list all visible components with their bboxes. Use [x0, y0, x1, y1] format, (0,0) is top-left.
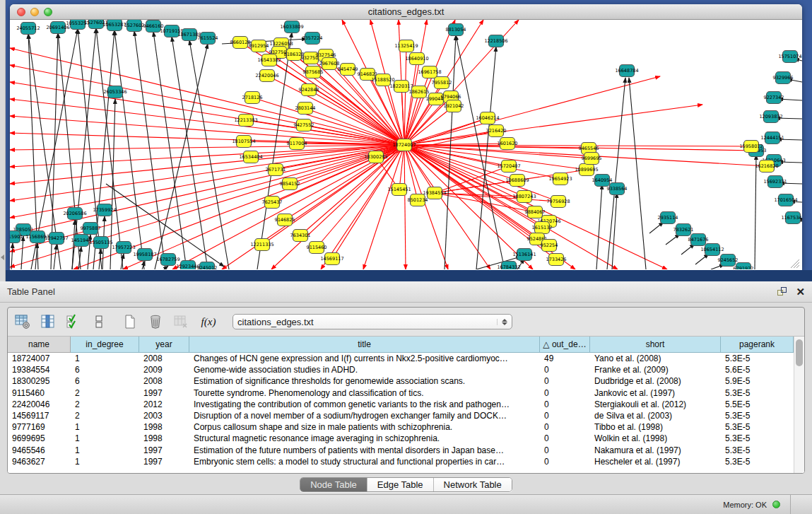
new-column-button[interactable]	[121, 313, 139, 331]
graph-node[interactable]: 9329966	[773, 72, 794, 84]
graph-node[interactable]: 1733426	[546, 254, 567, 266]
table-row[interactable]: 969969511998Structural magnetic resonanc…	[8, 433, 794, 444]
graph-node[interactable]: 1527602	[124, 20, 145, 32]
graph-node[interactable]: 12093872	[759, 111, 782, 123]
selection-mode-button[interactable]	[64, 313, 83, 331]
graph-node[interactable]: 17016504	[774, 194, 797, 206]
column-header-year[interactable]: year	[139, 337, 189, 353]
graph-node[interactable]: 7634301	[290, 230, 311, 242]
column-header-pagerank[interactable]: pagerank	[721, 337, 794, 353]
graph-node[interactable]: 12218506	[484, 35, 507, 47]
graph-node[interactable]: 7615524	[198, 33, 218, 45]
scrollbar-thumb[interactable]	[796, 339, 803, 366]
graph-node[interactable]: 2718126	[242, 92, 263, 104]
close-panel-icon[interactable]: ✕	[796, 287, 805, 297]
table-row[interactable]: 946362711997Embryonic stem cells: a mode…	[8, 456, 794, 467]
graph-node[interactable]: 16648784	[615, 65, 638, 77]
graph-node[interactable]: 1601620	[498, 138, 518, 150]
table-row[interactable]: 1456911722003Disruption of a novel membe…	[8, 410, 794, 421]
column-header-title[interactable]: title	[189, 337, 540, 353]
zoom-window-icon[interactable]	[44, 8, 52, 16]
graph-node[interactable]: 8813054	[446, 24, 466, 36]
tab-network-table[interactable]: Network Table	[434, 478, 512, 491]
table-row[interactable]: 1830029562008Estimation of significance …	[8, 375, 794, 387]
graph-node[interactable]: 19958187	[133, 249, 156, 261]
graph-node[interactable]: 1615132	[532, 222, 553, 234]
graph-node[interactable]: 9115460	[307, 242, 327, 254]
graph-node[interactable]: 9699695	[582, 153, 602, 165]
graph-node[interactable]: 9117004	[287, 138, 307, 150]
graph-node[interactable]: 9875685	[303, 66, 324, 78]
graph-node[interactable]: 12213383	[234, 115, 257, 127]
delete-column-button[interactable]	[146, 313, 165, 331]
minimize-window-icon[interactable]	[30, 8, 39, 16]
row-height-button[interactable]	[90, 313, 108, 331]
graph-node[interactable]: 952254	[541, 240, 558, 252]
network-view-canvas[interactable]: 2405571220691406105532571527602110653287…	[10, 20, 802, 269]
table-selector-dropdown[interactable]: citations_edges.txt	[233, 314, 512, 329]
graph-node[interactable]: 7955812	[432, 77, 452, 89]
graph-node[interactable]: 15720407	[497, 160, 520, 173]
table-row[interactable]: 911546021997Tourette syndrome. Phenomeno…	[8, 387, 794, 399]
table-settings-button[interactable]	[13, 313, 32, 331]
tab-edge-table[interactable]: Edge Table	[367, 478, 434, 491]
table-row[interactable]: 1938455462009Genome-wide association stu…	[8, 364, 794, 375]
column-header-short[interactable]: short	[590, 337, 721, 353]
table-row[interactable]: 1872400712008Changes of HCN gene express…	[8, 353, 794, 364]
graph-node[interactable]: 15751074	[778, 51, 801, 63]
graph-node[interactable]: 6791922	[734, 263, 754, 270]
graph-node[interactable]: 11675342	[781, 212, 802, 224]
tab-node-table[interactable]: Node Table	[300, 478, 367, 491]
collapse-panel-icon[interactable]	[1, 255, 4, 260]
graph-node[interactable]: 9245012	[197, 262, 218, 270]
table-row[interactable]: 946554611997Estimation of the future num…	[8, 445, 794, 456]
table-row[interactable]: 977716911998Corpus callosum shape and si…	[8, 421, 794, 433]
graph-node[interactable]: 10899695	[575, 164, 598, 176]
graph-node[interactable]: 3216420	[486, 125, 507, 137]
graph-node[interactable]: 9338564	[607, 183, 628, 195]
table-scrollbar[interactable]	[794, 337, 804, 474]
graph-node[interactable]: 12444151	[760, 132, 784, 144]
graph-node[interactable]: 1640954	[592, 175, 613, 187]
graph-node[interactable]: 17957223	[112, 242, 135, 254]
graph-node[interactable]: 24055712	[16, 23, 40, 35]
show-columns-button[interactable]	[39, 313, 57, 331]
graph-node[interactable]: 12211335	[250, 239, 273, 251]
graph-node[interactable]: 15136141	[512, 249, 536, 261]
graph-node[interactable]: 8912954	[249, 40, 269, 52]
graph-node[interactable]: 79756928	[546, 196, 570, 208]
graph-node[interactable]: 10653287	[102, 20, 126, 31]
graph-node[interactable]: 9975887	[81, 223, 101, 235]
network-window-titlebar[interactable]: citations_edges.txt	[10, 4, 802, 20]
graph-node[interactable]: 9146825	[275, 214, 295, 226]
graph-node[interactable]: 1451944	[71, 235, 92, 247]
float-panel-icon[interactable]	[777, 287, 787, 296]
graph-node[interactable]: 8501234	[408, 194, 428, 206]
graph-node[interactable]: 9427552	[294, 119, 314, 132]
function-builder-button[interactable]: f(x)	[197, 313, 220, 331]
close-window-icon[interactable]	[17, 8, 25, 16]
graph-node[interactable]: 9242848	[299, 84, 319, 96]
graph-node[interactable]: 14569117	[320, 253, 343, 265]
graph-node[interactable]: 2803144	[295, 103, 316, 115]
column-header-name[interactable]: name	[8, 337, 71, 353]
graph-node[interactable]: 1921042	[444, 100, 464, 112]
graph-node[interactable]: 2967608	[319, 58, 340, 70]
graph-node[interactable]: 9854152	[280, 178, 300, 190]
graph-node[interactable]: 7832621	[673, 224, 694, 236]
graph-node[interactable]: 18107554	[232, 136, 255, 148]
graph-node[interactable]: 15692371	[763, 176, 787, 188]
graph-node[interactable]: 8471676	[688, 234, 709, 246]
table-row[interactable]: 2242004622012Investigating the contribut…	[8, 399, 794, 410]
graph-node[interactable]: 8660128	[230, 37, 251, 49]
graph-node[interactable]: 18640910	[405, 53, 428, 65]
graph-node[interactable]: 16046214	[476, 112, 499, 124]
graph-node[interactable]: 11325419	[394, 40, 418, 52]
column-header-in_degree[interactable]: in_degree	[71, 337, 139, 353]
graph-node[interactable]: 10688609	[505, 175, 529, 187]
graph-node[interactable]: 13505135	[89, 237, 112, 249]
graph-node[interactable]: 9245652	[718, 255, 739, 267]
graph-node[interactable]: 7625437	[262, 197, 283, 209]
graph-node[interactable]: 9227342	[764, 92, 784, 104]
graph-node[interactable]: 2671731	[266, 164, 286, 176]
